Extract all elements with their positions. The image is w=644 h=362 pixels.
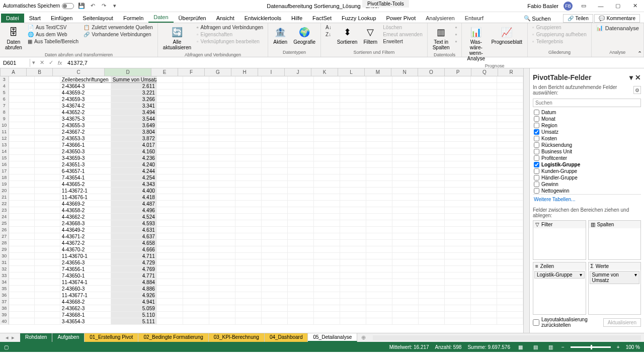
cell[interactable]	[445, 148, 471, 155]
cell[interactable]	[314, 83, 340, 89]
cell[interactable]	[9, 318, 35, 325]
cell[interactable]	[9, 240, 35, 246]
cell[interactable]	[35, 135, 60, 142]
cell[interactable]: 3-43659-3	[60, 155, 111, 161]
cell[interactable]: 4-43672-2	[60, 240, 111, 246]
cell[interactable]	[288, 286, 314, 292]
row-header[interactable]: 30	[0, 253, 9, 259]
cell[interactable]	[497, 246, 523, 253]
cell[interactable]: 3.494	[111, 109, 157, 116]
cell[interactable]	[366, 76, 392, 83]
cell[interactable]	[419, 194, 445, 201]
cell[interactable]	[157, 312, 183, 318]
cell[interactable]	[209, 259, 235, 266]
column-header[interactable]: R	[498, 68, 523, 76]
cell[interactable]	[340, 103, 366, 109]
gear-icon[interactable]: ⚙	[633, 86, 641, 94]
cell[interactable]	[445, 83, 471, 89]
cell[interactable]	[497, 286, 523, 292]
sheet-tab[interactable]: Rohdaten	[20, 333, 52, 342]
cell[interactable]	[9, 292, 35, 299]
cell[interactable]	[340, 246, 366, 253]
collapse-ribbon-icon[interactable]: ⌃	[637, 50, 642, 57]
cell[interactable]	[235, 266, 262, 273]
cell[interactable]	[35, 142, 60, 148]
cell[interactable]	[314, 155, 340, 161]
cell[interactable]	[288, 233, 314, 240]
cell[interactable]	[209, 76, 235, 83]
cell[interactable]	[497, 305, 523, 312]
cell[interactable]	[445, 142, 471, 148]
cell[interactable]	[340, 76, 366, 83]
cell[interactable]	[366, 214, 392, 220]
cell[interactable]	[366, 194, 392, 201]
cell[interactable]	[392, 116, 419, 122]
cell[interactable]: 4.254	[111, 174, 157, 181]
cell[interactable]	[392, 312, 419, 318]
from-table-button[interactable]: ▦ Aus Tabelle/Bereich	[26, 38, 80, 45]
cell[interactable]	[235, 194, 262, 201]
cell[interactable]	[9, 273, 35, 279]
cell[interactable]	[262, 155, 288, 161]
cell[interactable]	[471, 266, 497, 273]
cell[interactable]: 7-43656-1	[60, 266, 111, 273]
cell[interactable]	[366, 292, 392, 299]
cell[interactable]	[288, 227, 314, 233]
row-header[interactable]: 28	[0, 240, 9, 246]
cell[interactable]: 4.236	[111, 155, 157, 161]
add-sheet-icon[interactable]: ⊕	[357, 333, 370, 342]
cell[interactable]	[209, 233, 235, 240]
cell[interactable]	[183, 194, 209, 201]
cell[interactable]	[183, 207, 209, 214]
cell[interactable]: 4.666	[111, 246, 157, 253]
cell[interactable]	[445, 122, 471, 129]
cell[interactable]	[9, 286, 35, 292]
cell[interactable]	[497, 207, 523, 214]
row-header[interactable]: 13	[0, 142, 9, 148]
cell[interactable]	[262, 89, 288, 96]
cell[interactable]	[314, 168, 340, 174]
cell[interactable]	[35, 109, 60, 116]
sheet-tab[interactable]: 05_Detailanalyse	[308, 333, 357, 342]
cell[interactable]	[340, 299, 366, 305]
cell[interactable]	[235, 103, 262, 109]
cell[interactable]	[9, 116, 35, 122]
field-checkbox[interactable]	[534, 116, 539, 122]
cell[interactable]	[209, 122, 235, 129]
sort-za-button[interactable]: Z↓	[324, 31, 333, 38]
cell[interactable]	[366, 201, 392, 207]
comments-button[interactable]: 💬 Kommentare	[594, 14, 640, 23]
cell[interactable]	[445, 299, 471, 305]
ribbon-mode-icon[interactable]: ▭	[578, 2, 590, 10]
cell[interactable]	[471, 233, 497, 240]
row-header[interactable]: 32	[0, 266, 9, 273]
cell[interactable]	[262, 299, 288, 305]
cell[interactable]	[471, 253, 497, 259]
cell[interactable]	[209, 194, 235, 201]
cell[interactable]	[262, 129, 288, 135]
cell[interactable]	[419, 214, 445, 220]
cell[interactable]: 7-43650-1	[60, 273, 111, 279]
cell[interactable]	[157, 168, 183, 174]
columns-area[interactable]: ▥Spalten	[588, 220, 641, 260]
cell[interactable]	[35, 318, 60, 325]
cell[interactable]	[183, 253, 209, 259]
cell[interactable]	[471, 246, 497, 253]
cell[interactable]	[497, 142, 523, 148]
cell[interactable]: 3.872	[111, 135, 157, 142]
chevron-down-icon[interactable]: ▾	[634, 272, 637, 283]
cell[interactable]	[183, 89, 209, 96]
record-macro-icon[interactable]: ▢	[4, 344, 9, 350]
cell[interactable]	[288, 161, 314, 168]
cell[interactable]	[9, 89, 35, 96]
row-header[interactable]: 17	[0, 168, 9, 174]
cell[interactable]	[235, 253, 262, 259]
cell[interactable]	[497, 318, 523, 325]
cell[interactable]	[392, 305, 419, 312]
sort-button[interactable]: ⬍Sortieren	[335, 24, 360, 46]
cell[interactable]	[183, 129, 209, 135]
cell[interactable]	[392, 286, 419, 292]
cell[interactable]	[262, 194, 288, 201]
cell[interactable]	[445, 279, 471, 286]
cell[interactable]	[445, 305, 471, 312]
